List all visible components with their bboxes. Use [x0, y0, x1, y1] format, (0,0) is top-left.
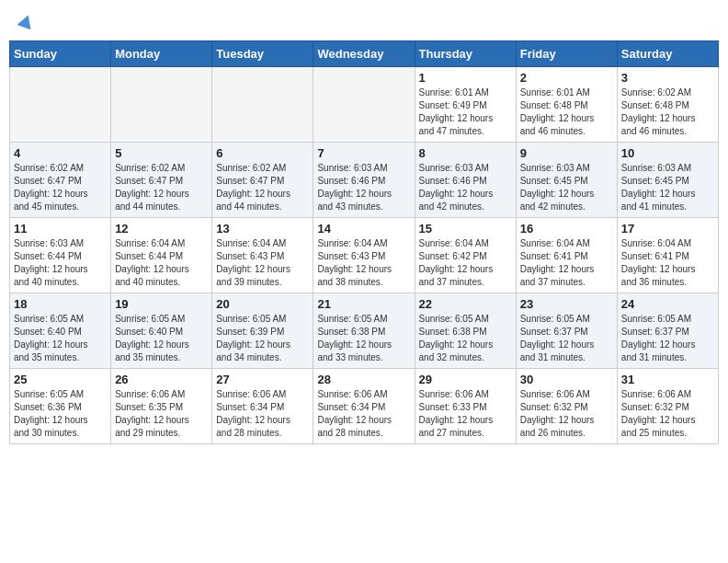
day-info: Sunrise: 6:01 AM Sunset: 6:48 PM Dayligh… [520, 86, 613, 138]
calendar-cell: 12Sunrise: 6:04 AM Sunset: 6:44 PM Dayli… [111, 218, 212, 293]
day-info: Sunrise: 6:02 AM Sunset: 6:47 PM Dayligh… [115, 162, 208, 213]
calendar-cell: 20Sunrise: 6:05 AM Sunset: 6:39 PM Dayli… [212, 293, 313, 369]
day-info: Sunrise: 6:06 AM Sunset: 6:34 PM Dayligh… [317, 388, 410, 440]
calendar-cell: 9Sunrise: 6:03 AM Sunset: 6:45 PM Daylig… [516, 143, 617, 218]
logo-triangle-icon [17, 13, 35, 31]
calendar-cell: 13Sunrise: 6:04 AM Sunset: 6:43 PM Dayli… [212, 218, 313, 293]
calendar-cell: 31Sunrise: 6:06 AM Sunset: 6:32 PM Dayli… [617, 369, 718, 444]
calendar-week-row: 25Sunrise: 6:05 AM Sunset: 6:36 PM Dayli… [10, 369, 719, 444]
calendar-cell: 8Sunrise: 6:03 AM Sunset: 6:46 PM Daylig… [415, 143, 516, 218]
day-number: 30 [520, 373, 613, 386]
calendar-cell: 2Sunrise: 6:01 AM Sunset: 6:48 PM Daylig… [516, 67, 617, 143]
day-number: 20 [216, 297, 309, 311]
day-info: Sunrise: 6:02 AM Sunset: 6:47 PM Dayligh… [216, 162, 309, 213]
day-info: Sunrise: 6:03 AM Sunset: 6:44 PM Dayligh… [14, 237, 107, 289]
calendar-week-row: 11Sunrise: 6:03 AM Sunset: 6:44 PM Dayli… [10, 218, 719, 293]
calendar-cell: 14Sunrise: 6:04 AM Sunset: 6:43 PM Dayli… [313, 218, 415, 293]
calendar-cell: 24Sunrise: 6:05 AM Sunset: 6:37 PM Dayli… [617, 293, 718, 369]
day-header-friday: Friday [516, 41, 617, 67]
calendar-week-row: 4Sunrise: 6:02 AM Sunset: 6:47 PM Daylig… [10, 143, 719, 218]
day-number: 2 [520, 71, 613, 85]
day-number: 9 [520, 146, 613, 160]
calendar-cell [10, 67, 111, 143]
day-number: 7 [317, 146, 410, 160]
calendar-week-row: 18Sunrise: 6:05 AM Sunset: 6:40 PM Dayli… [10, 293, 719, 369]
day-number: 16 [520, 222, 613, 236]
day-info: Sunrise: 6:04 AM Sunset: 6:41 PM Dayligh… [621, 237, 714, 289]
day-header-wednesday: Wednesday [313, 41, 415, 67]
day-info: Sunrise: 6:04 AM Sunset: 6:44 PM Dayligh… [115, 237, 208, 289]
day-info: Sunrise: 6:02 AM Sunset: 6:47 PM Dayligh… [14, 162, 107, 213]
day-info: Sunrise: 6:05 AM Sunset: 6:38 PM Dayligh… [317, 313, 410, 364]
calendar-cell: 4Sunrise: 6:02 AM Sunset: 6:47 PM Daylig… [10, 143, 111, 218]
calendar-cell [313, 67, 415, 143]
day-info: Sunrise: 6:04 AM Sunset: 6:43 PM Dayligh… [216, 237, 309, 289]
day-number: 28 [317, 373, 410, 386]
day-number: 15 [419, 222, 512, 236]
day-info: Sunrise: 6:06 AM Sunset: 6:34 PM Dayligh… [216, 388, 309, 440]
day-number: 29 [419, 373, 512, 386]
day-number: 4 [14, 146, 107, 160]
day-header-sunday: Sunday [10, 41, 111, 67]
day-number: 12 [115, 222, 208, 236]
day-number: 14 [317, 222, 410, 236]
calendar-cell: 29Sunrise: 6:06 AM Sunset: 6:33 PM Dayli… [415, 369, 516, 444]
calendar-cell: 18Sunrise: 6:05 AM Sunset: 6:40 PM Dayli… [10, 293, 111, 369]
day-info: Sunrise: 6:06 AM Sunset: 6:32 PM Dayligh… [520, 388, 613, 440]
calendar-cell: 7Sunrise: 6:03 AM Sunset: 6:46 PM Daylig… [313, 143, 415, 218]
day-header-monday: Monday [111, 41, 212, 67]
calendar-header-row: SundayMondayTuesdayWednesdayThursdayFrid… [10, 41, 719, 67]
day-info: Sunrise: 6:05 AM Sunset: 6:36 PM Dayligh… [14, 388, 107, 440]
calendar-cell [111, 67, 212, 143]
day-number: 27 [216, 373, 309, 386]
day-info: Sunrise: 6:04 AM Sunset: 6:42 PM Dayligh… [419, 237, 512, 289]
day-info: Sunrise: 6:05 AM Sunset: 6:38 PM Dayligh… [419, 313, 512, 364]
calendar-cell: 3Sunrise: 6:02 AM Sunset: 6:48 PM Daylig… [617, 67, 718, 143]
day-number: 22 [419, 297, 512, 311]
day-number: 25 [14, 373, 107, 386]
calendar-table: SundayMondayTuesdayWednesdayThursdayFrid… [9, 40, 719, 444]
day-number: 6 [216, 146, 309, 160]
day-header-tuesday: Tuesday [212, 41, 313, 67]
calendar-cell: 22Sunrise: 6:05 AM Sunset: 6:38 PM Dayli… [415, 293, 516, 369]
day-info: Sunrise: 6:05 AM Sunset: 6:40 PM Dayligh… [115, 313, 208, 364]
day-info: Sunrise: 6:03 AM Sunset: 6:46 PM Dayligh… [317, 162, 410, 213]
day-number: 10 [621, 146, 714, 160]
day-info: Sunrise: 6:05 AM Sunset: 6:39 PM Dayligh… [216, 313, 309, 364]
calendar-cell: 17Sunrise: 6:04 AM Sunset: 6:41 PM Dayli… [617, 218, 718, 293]
day-header-thursday: Thursday [415, 41, 516, 67]
day-info: Sunrise: 6:03 AM Sunset: 6:45 PM Dayligh… [520, 162, 613, 213]
day-number: 11 [14, 222, 107, 236]
svg-marker-0 [17, 13, 35, 29]
calendar-cell: 5Sunrise: 6:02 AM Sunset: 6:47 PM Daylig… [111, 143, 212, 218]
calendar-cell: 27Sunrise: 6:06 AM Sunset: 6:34 PM Dayli… [212, 369, 313, 444]
day-info: Sunrise: 6:03 AM Sunset: 6:45 PM Dayligh… [621, 162, 714, 213]
day-info: Sunrise: 6:05 AM Sunset: 6:37 PM Dayligh… [520, 313, 613, 364]
calendar-week-row: 1Sunrise: 6:01 AM Sunset: 6:49 PM Daylig… [10, 67, 719, 143]
calendar-cell: 11Sunrise: 6:03 AM Sunset: 6:44 PM Dayli… [10, 218, 111, 293]
day-number: 21 [317, 297, 410, 311]
day-info: Sunrise: 6:05 AM Sunset: 6:37 PM Dayligh… [621, 313, 714, 364]
calendar-cell: 25Sunrise: 6:05 AM Sunset: 6:36 PM Dayli… [10, 369, 111, 444]
day-number: 24 [621, 297, 714, 311]
day-info: Sunrise: 6:06 AM Sunset: 6:35 PM Dayligh… [115, 388, 208, 440]
calendar-cell: 23Sunrise: 6:05 AM Sunset: 6:37 PM Dayli… [516, 293, 617, 369]
calendar-cell: 21Sunrise: 6:05 AM Sunset: 6:38 PM Dayli… [313, 293, 415, 369]
logo [17, 13, 35, 29]
day-info: Sunrise: 6:05 AM Sunset: 6:40 PM Dayligh… [14, 313, 107, 364]
day-header-saturday: Saturday [617, 41, 718, 67]
calendar-cell: 16Sunrise: 6:04 AM Sunset: 6:41 PM Dayli… [516, 218, 617, 293]
calendar-cell: 6Sunrise: 6:02 AM Sunset: 6:47 PM Daylig… [212, 143, 313, 218]
calendar-cell: 28Sunrise: 6:06 AM Sunset: 6:34 PM Dayli… [313, 369, 415, 444]
day-number: 8 [419, 146, 512, 160]
day-number: 13 [216, 222, 309, 236]
day-number: 19 [115, 297, 208, 311]
day-info: Sunrise: 6:06 AM Sunset: 6:32 PM Dayligh… [621, 388, 714, 440]
day-number: 26 [115, 373, 208, 386]
day-number: 1 [419, 71, 512, 85]
day-number: 18 [14, 297, 107, 311]
calendar-cell [212, 67, 313, 143]
day-number: 17 [621, 222, 714, 236]
day-info: Sunrise: 6:04 AM Sunset: 6:43 PM Dayligh… [317, 237, 410, 289]
day-number: 31 [621, 373, 714, 386]
